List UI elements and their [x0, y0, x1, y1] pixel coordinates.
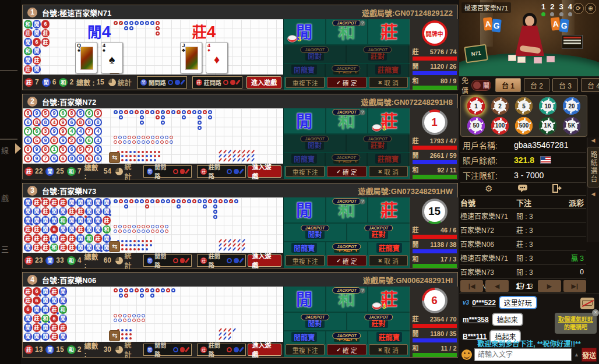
- bet-banker-dragon[interactable]: 莊龍寶: [368, 331, 410, 344]
- confirm-button[interactable]: ✔確 定: [327, 344, 366, 355]
- ask-player-road[interactable]: 閒閒問路: [143, 344, 192, 356]
- confirm-button[interactable]: ✔確 定: [327, 166, 366, 177]
- help-icon[interactable]: ?: [360, 109, 365, 115]
- emoji-icon[interactable]: [461, 349, 472, 360]
- help-icon[interactable]: ?: [360, 199, 365, 204]
- collapse-arrow-top[interactable]: ◀: [587, 137, 599, 143]
- stats-link[interactable]: 統計: [118, 77, 132, 87]
- bet-player-pair[interactable]: JACKPOT閒對: [284, 224, 347, 241]
- exit-door-icon[interactable]: [552, 184, 562, 193]
- chat-input[interactable]: [474, 348, 572, 361]
- next-page-button[interactable]: ▶: [538, 280, 561, 292]
- cancel-button[interactable]: ✖取 消: [369, 77, 408, 88]
- road-select-side-tab[interactable]: ◀ 路紙選台 ◀: [587, 137, 599, 242]
- cancel-button[interactable]: ✖取 消: [369, 255, 408, 266]
- table-tab-4[interactable]: 台 4: [581, 78, 599, 92]
- roadmap[interactable]: 和莊閒和閒莊閒閒6閒莊閒6莊莊⇆閒4Q♠4♠♠莊4J♣4♦♦: [23, 19, 283, 75]
- enter-game-button[interactable]: 進入遊戲: [248, 255, 281, 267]
- camera-4[interactable]: 4: [568, 2, 572, 16]
- confirm-button[interactable]: ✔確 定: [327, 255, 366, 266]
- chip-5[interactable]: 5: [515, 97, 533, 115]
- camera-3[interactable]: 3: [559, 2, 563, 16]
- bet-banker-pair[interactable]: JACKPOT莊對: [347, 224, 410, 241]
- ask-player-road[interactable]: 閒閒問路: [137, 76, 187, 89]
- chip-10[interactable]: 10: [539, 97, 556, 115]
- refresh-icon[interactable]: ⟳: [573, 3, 584, 14]
- bet-player[interactable]: 閒: [284, 197, 326, 222]
- enter-game-button[interactable]: 進入遊戲: [248, 165, 281, 178]
- chip-5K[interactable]: 5K: [563, 117, 580, 135]
- rebet-button[interactable]: 重複下注: [286, 77, 325, 88]
- bet-banker-pair[interactable]: JACKPOT莊對: [347, 313, 410, 330]
- ask-banker-road[interactable]: 莊莊問路: [197, 344, 245, 356]
- stats-pie-icon[interactable]: [115, 346, 123, 354]
- settings-gear-icon[interactable]: ⚙: [485, 184, 492, 193]
- camera-2[interactable]: 2: [550, 2, 554, 16]
- road-switch-icon[interactable]: ⇆: [109, 330, 120, 341]
- bet-banker[interactable]: 莊: [368, 19, 410, 44]
- stats-link[interactable]: 統計: [125, 161, 138, 181]
- chip-1[interactable]: 1: [467, 97, 485, 115]
- road-switch-icon[interactable]: ⇆: [109, 241, 120, 252]
- roadmap[interactable]: 閒閒閒莊莊閒莊閒閒莊莊莊莊莊閒閒莊莊莊閒閒6閒和莊閒和閒莊莊閒莊閒閒莊莊閒莊閒莊…: [23, 197, 283, 253]
- chip-50[interactable]: 50: [467, 117, 485, 135]
- cancel-button[interactable]: ✖取 消: [369, 166, 408, 177]
- bet-banker[interactable]: 莊: [368, 197, 410, 222]
- rebet-button[interactable]: 重複下注: [286, 166, 325, 177]
- roadmap[interactable]: 莊莊6閒閒閒66閒莊莊閒閒閒閒和閒閒莊閒莊6莊莊閒閒和閒莊閒⇆: [23, 287, 283, 342]
- send-button[interactable]: 發送: [582, 348, 597, 362]
- rebet-button[interactable]: 重複下注: [286, 255, 325, 266]
- chat-bubble-icon[interactable]: [517, 184, 528, 193]
- enter-game-button[interactable]: 進入遊戲: [248, 344, 281, 356]
- ask-player-road[interactable]: 閒閒問路: [143, 165, 192, 178]
- live-video-panel[interactable]: AG AG N71 極速百家樂N71 1234 ⟳ ⊕: [459, 0, 599, 76]
- table-tab-3[interactable]: 台 3: [552, 78, 578, 92]
- bet-tie[interactable]: 和JACKPOT?: [326, 108, 369, 133]
- last-page-button[interactable]: ▶|: [563, 280, 586, 292]
- road-switch-icon[interactable]: ⇆: [109, 152, 120, 163]
- bet-tie[interactable]: 和JACKPOT?: [326, 197, 369, 222]
- bet-player-dragon[interactable]: 閒龍寶: [284, 242, 326, 255]
- zoom-icon[interactable]: ⊕: [585, 3, 596, 14]
- ask-player-road[interactable]: 閒閒問路: [143, 255, 192, 267]
- chip-2[interactable]: 2: [491, 97, 509, 115]
- scroll-up-icon[interactable]: ▲: [574, 352, 579, 358]
- chip-20[interactable]: 20: [563, 97, 580, 115]
- camera-1[interactable]: 1: [541, 2, 545, 16]
- help-icon[interactable]: ?: [360, 288, 365, 294]
- bet-player-dragon[interactable]: 閒龍寶: [284, 331, 326, 344]
- stats-link[interactable]: 統計: [125, 250, 138, 270]
- confirm-button[interactable]: ✔確 定: [327, 77, 366, 88]
- tooltip-close-icon[interactable]: ✕: [592, 309, 599, 316]
- stats-pie-icon[interactable]: [108, 79, 116, 86]
- bet-banker-dragon[interactable]: 莊龍寶: [368, 242, 410, 255]
- collapse-arrow-bottom[interactable]: ◀: [587, 191, 599, 197]
- enter-game-button[interactable]: 進入遊戲: [246, 76, 281, 89]
- bet-lucky-six[interactable]: JACKPOT幸運六: [326, 242, 369, 255]
- stats-link[interactable]: 統計: [125, 340, 138, 359]
- bet-lucky-six[interactable]: JACKPOT幸運六: [326, 331, 369, 344]
- stats-pie-icon[interactable]: [115, 257, 123, 264]
- chip-100[interactable]: 100: [491, 117, 509, 135]
- bet-tie[interactable]: 和JACKPOT?: [326, 287, 369, 312]
- bet-banker[interactable]: 莊3: [368, 108, 410, 133]
- bet-tie[interactable]: 和JACKPOT?: [326, 19, 369, 44]
- ask-banker-road[interactable]: 莊莊問路: [197, 165, 245, 178]
- help-icon[interactable]: ?: [360, 20, 365, 26]
- chip-1K[interactable]: 1K: [539, 117, 556, 135]
- chip-500[interactable]: 500: [515, 117, 533, 135]
- bet-player[interactable]: 閒: [284, 287, 326, 312]
- table-tab-1[interactable]: 台 1: [495, 78, 521, 92]
- stats-pie-icon[interactable]: [115, 168, 123, 175]
- rebet-button[interactable]: 重複下注: [286, 344, 325, 355]
- bet-player-pair[interactable]: JACKPOT閒對: [284, 313, 347, 330]
- table-tab-2[interactable]: 台 2: [524, 78, 549, 92]
- first-page-button[interactable]: |◀: [460, 280, 483, 292]
- bet-player[interactable]: 閒: [284, 108, 326, 133]
- cancel-button[interactable]: ✖取 消: [369, 344, 408, 355]
- prev-page-button[interactable]: ◀: [485, 280, 508, 292]
- ask-banker-road[interactable]: 莊莊問路: [197, 255, 245, 267]
- bet-player[interactable]: 閒3: [284, 19, 326, 44]
- no-commission-toggle[interactable]: 關: [471, 80, 491, 91]
- roadmap[interactable]: 8676899865995839879498196999668642685849…: [23, 108, 283, 164]
